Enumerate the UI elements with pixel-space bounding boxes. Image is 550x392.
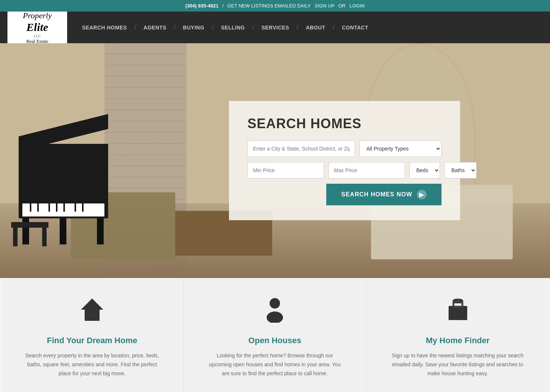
svg-rect-7 [42, 228, 47, 246]
person-icon [206, 297, 344, 328]
nav-selling[interactable]: SELLING [214, 13, 252, 42]
or-text: OR [338, 3, 346, 9]
login-link[interactable]: LOGIN [349, 3, 365, 9]
search-button-row: SEARCH HOMES NOW ▶ [248, 184, 441, 205]
baths-select[interactable]: Baths 1+ 2+ 3+ 4+ [444, 162, 477, 178]
min-price-input[interactable] [248, 162, 324, 178]
open-houses-desc: Looking for the perfect home? Browse thr… [206, 351, 344, 378]
svg-point-17 [270, 298, 280, 309]
nav-services[interactable]: SERVICES [254, 13, 297, 42]
svg-rect-9 [30, 203, 31, 212]
features-section: Find Your Dream Home Search every proper… [0, 278, 550, 392]
piano-icon [11, 107, 116, 248]
phone-number: (304) 935-4821 [185, 3, 219, 9]
home-finder-title: My Home Finder [389, 336, 527, 345]
search-button-label: SEARCH HOMES NOW [341, 191, 412, 198]
svg-rect-11 [48, 203, 50, 212]
search-row-2: Beds 1+ 2+ 3+ 4+ 5+ Baths 1+ 2+ 3+ 4+ [248, 162, 441, 178]
dream-home-title: Find Your Dream Home [23, 336, 161, 345]
logo-text: Properly Elite LLC Real Estate [23, 11, 51, 44]
svg-rect-5 [11, 222, 48, 228]
svg-rect-14 [75, 203, 76, 212]
nav-agents[interactable]: AGENTS [136, 13, 174, 42]
house-icon [23, 297, 161, 328]
nav-buying[interactable]: BUYING [176, 13, 212, 42]
svg-rect-21 [449, 306, 467, 320]
svg-rect-4 [97, 218, 104, 244]
beds-select[interactable]: Beds 1+ 2+ 3+ 4+ 5+ [409, 162, 440, 178]
main-nav: SEARCH HOMES / AGENTS / BUYING / SELLING… [75, 13, 376, 42]
search-title: SEARCH HOMES [248, 116, 441, 132]
svg-marker-16 [81, 298, 103, 321]
max-price-input[interactable] [329, 162, 405, 178]
svg-rect-13 [63, 203, 65, 212]
svg-rect-22 [453, 301, 462, 307]
top-bar: (304) 935-4821 / GET NEW LISTINGS EMAILE… [0, 0, 550, 12]
svg-rect-3 [60, 218, 66, 244]
feature-card-open-houses: Open Houses Looking for the perfect home… [184, 278, 367, 392]
separator1: / [222, 3, 224, 9]
header: Properly Elite LLC Real Estate SEARCH HO… [0, 12, 550, 43]
svg-rect-12 [56, 203, 57, 212]
logo[interactable]: Properly Elite LLC Real Estate [7, 12, 67, 43]
hero-section: SEARCH HOMES All Property Types Single F… [0, 43, 550, 278]
logo-line1: Properly [23, 11, 51, 20]
cta-text: GET NEW LISTINGS EMAILED DAILY [227, 3, 311, 9]
nav-contact[interactable]: CONTACT [334, 13, 376, 42]
property-type-select[interactable]: All Property Types Single Family Condo T… [359, 140, 441, 157]
location-input[interactable] [248, 140, 355, 157]
open-houses-title: Open Houses [206, 336, 344, 345]
svg-rect-15 [82, 203, 84, 212]
svg-rect-6 [13, 228, 18, 246]
logo-line3: LLC [23, 34, 51, 38]
search-button[interactable]: SEARCH HOMES NOW ▶ [326, 184, 441, 205]
signup-link[interactable]: SIGN UP [315, 3, 334, 9]
feature-card-home-finder: My Home Finder Sign up to have the newes… [367, 278, 549, 392]
search-row-1: All Property Types Single Family Condo T… [248, 140, 441, 157]
home-finder-desc: Sign up to have the newest listings matc… [389, 351, 527, 378]
search-arrow-icon: ▶ [417, 190, 427, 199]
dream-home-desc: Search every property in the area by loc… [23, 351, 161, 378]
logo-line2: Elite [23, 20, 51, 34]
nav-about[interactable]: ABOUT [298, 13, 333, 42]
nav-search-homes[interactable]: SEARCH HOMES [75, 13, 134, 42]
search-panel: SEARCH HOMES All Property Types Single F… [229, 101, 460, 220]
svg-point-18 [267, 312, 283, 323]
svg-rect-10 [37, 203, 39, 212]
feature-card-dream-home: Find Your Dream Home Search every proper… [1, 278, 184, 392]
briefcase-icon [389, 297, 527, 328]
